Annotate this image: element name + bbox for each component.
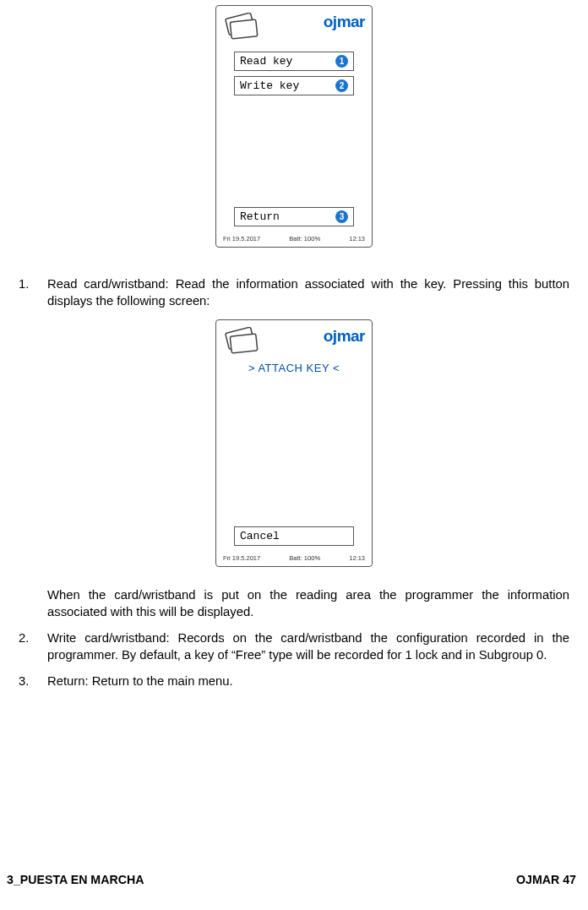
brand-logo: ojmar — [324, 11, 365, 31]
footer-right: OJMAR 47 — [516, 873, 576, 886]
device-screen-2: ojmar > ATTACH KEY < Cancel Fri 19.5.201… — [215, 319, 373, 567]
instructions-list-cont: Write card/wristband: Records on the car… — [19, 630, 569, 690]
cancel-button[interactable]: Cancel — [234, 526, 354, 546]
list-item-1: Read card/wristband: Read the informatio… — [19, 276, 569, 309]
status-batt: Batt: 100% — [289, 554, 320, 562]
device-top-row: ojmar — [216, 6, 372, 46]
list-item-2: Write card/wristband: Records on the car… — [19, 630, 569, 663]
device-top-row-2: ojmar — [216, 320, 372, 361]
write-key-label: Write key — [240, 79, 299, 92]
status-batt: Batt: 100% — [289, 235, 320, 242]
brand-logo: ojmar — [324, 325, 365, 346]
page-footer: 3_PUESTA EN MARCHA OJMAR 47 — [0, 873, 588, 886]
read-key-label: Read key — [240, 55, 292, 68]
status-time: 12:13 — [349, 235, 365, 242]
status-time: 12:13 — [349, 554, 365, 562]
device-screen-1: ojmar Read key 1 Write key 2 Return 3 Fr… — [215, 5, 373, 248]
step-badge-2: 2 — [335, 79, 348, 92]
card-stack-icon — [223, 13, 262, 43]
card-stack-icon — [223, 327, 262, 357]
svg-rect-3 — [230, 334, 258, 353]
cancel-label: Cancel — [240, 530, 280, 542]
return-label: Return — [240, 210, 280, 223]
step-badge-3: 3 — [335, 210, 348, 223]
step-badge-1: 1 — [335, 55, 348, 68]
status-date: Fri 19.5.2017 — [223, 235, 260, 242]
write-key-button[interactable]: Write key 2 — [234, 76, 354, 95]
svg-rect-1 — [230, 19, 258, 39]
attach-key-header: > ATTACH KEY < — [216, 362, 372, 374]
read-key-button[interactable]: Read key 1 — [234, 52, 354, 71]
status-bar-2: Fri 19.5.2017 Batt: 100% 12:13 — [216, 551, 372, 564]
status-date: Fri 19.5.2017 — [223, 554, 260, 562]
status-bar-1: Fri 19.5.2017 Batt: 100% 12:13 — [216, 232, 372, 245]
list-item-3: Return: Return to the main menu. — [19, 673, 569, 690]
paragraph-after-1: When the card/wristband is put on the re… — [19, 587, 569, 620]
return-button[interactable]: Return 3 — [234, 207, 354, 226]
instructions-list: Read card/wristband: Read the informatio… — [19, 276, 569, 309]
footer-left: 3_PUESTA EN MARCHA — [7, 873, 144, 886]
